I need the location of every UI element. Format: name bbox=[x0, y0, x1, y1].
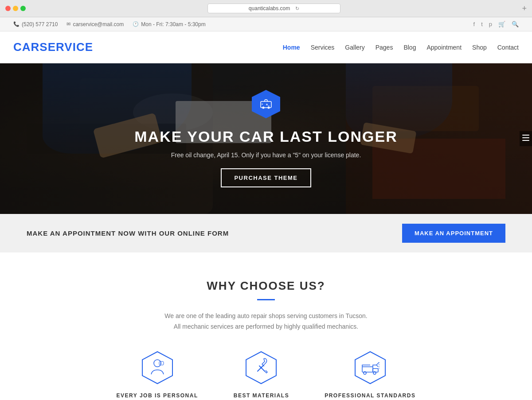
close-dot[interactable] bbox=[5, 6, 11, 11]
top-bar-left: 📞 (520) 577 2710 ✉ carservice@mail.com 🕐… bbox=[13, 21, 473, 27]
features-row: EVERY JOB IS PERSONAL BEST MATERIALS bbox=[13, 350, 519, 399]
hero-section: MAKE YOUR CAR LAST LONGER Free oil chang… bbox=[0, 63, 532, 214]
svg-rect-9 bbox=[159, 361, 164, 365]
svg-point-3 bbox=[266, 104, 268, 105]
purchase-theme-button[interactable]: PURCHASE THEME bbox=[221, 168, 311, 187]
why-title: WHY CHOOSE US? bbox=[13, 279, 519, 293]
materials-hex-icon bbox=[243, 350, 279, 385]
top-bar: 📞 (520) 577 2710 ✉ carservice@mail.com 🕐… bbox=[0, 17, 532, 31]
mail-icon: ✉ bbox=[66, 21, 70, 27]
phone-info: 📞 (520) 577 2710 bbox=[13, 21, 58, 27]
appointment-banner: MAKE AN APPOINTMENT NOW WITH OUR ONLINE … bbox=[0, 214, 532, 252]
clock-icon: 🕐 bbox=[133, 21, 139, 27]
email-info: ✉ carservice@mail.com bbox=[66, 21, 124, 27]
hours-info: 🕐 Mon - Fri: 7:30am - 5:30pm bbox=[133, 21, 205, 27]
nav-shop[interactable]: Shop bbox=[472, 44, 487, 51]
why-choose-us-section: WHY CHOOSE US? We are one of the leading… bbox=[0, 252, 532, 400]
appointment-banner-text: MAKE AN APPOINTMENT NOW WITH OUR ONLINE … bbox=[27, 229, 229, 237]
cart-icon[interactable]: 🛒 bbox=[498, 21, 505, 27]
site-header: CARSERVICE Home Services Gallery Pages B… bbox=[0, 31, 532, 63]
feature-materials: BEST MATERIALS bbox=[234, 350, 289, 399]
hero-title: MAKE YOUR CAR LAST LONGER bbox=[134, 128, 397, 145]
site-logo[interactable]: CARSERVICE bbox=[13, 40, 93, 54]
svg-rect-14 bbox=[373, 369, 378, 372]
new-tab-button[interactable]: + bbox=[522, 4, 527, 13]
email-address: carservice@mail.com bbox=[73, 21, 124, 27]
svg-rect-6 bbox=[522, 140, 529, 141]
hero-hexagon-icon bbox=[252, 90, 280, 118]
personal-hex-icon bbox=[140, 350, 175, 385]
why-description: We are one of the leading auto repair sh… bbox=[155, 311, 377, 332]
nav-services[interactable]: Services bbox=[311, 44, 335, 51]
svg-point-11 bbox=[260, 367, 262, 369]
maximize-dot[interactable] bbox=[20, 6, 26, 11]
browser-chrome: quanticalabs.com ↻ + bbox=[0, 0, 532, 17]
svg-rect-5 bbox=[522, 137, 529, 138]
feature-personal: EVERY JOB IS PERSONAL bbox=[117, 350, 198, 399]
svg-marker-12 bbox=[355, 352, 385, 384]
feature-standards-label: PROFESSIONAL STANDARDS bbox=[325, 392, 415, 399]
make-appointment-button[interactable]: MAKE AN APPOINTMENT bbox=[402, 224, 505, 243]
phone-number: (520) 577 2710 bbox=[22, 21, 58, 27]
search-icon[interactable]: 🔍 bbox=[512, 21, 519, 27]
phone-icon: 📞 bbox=[13, 21, 20, 27]
business-hours: Mon - Fri: 7:30am - 5:30pm bbox=[141, 21, 205, 27]
hero-content: MAKE YOUR CAR LAST LONGER Free oil chang… bbox=[134, 90, 397, 187]
browser-titlebar: quanticalabs.com ↻ + bbox=[5, 4, 527, 13]
svg-point-2 bbox=[267, 107, 270, 109]
url-bar[interactable]: quanticalabs.com ↻ bbox=[207, 4, 340, 13]
standards-hex-icon bbox=[352, 350, 388, 385]
minimize-dot[interactable] bbox=[13, 6, 18, 11]
twitter-icon[interactable]: t bbox=[481, 21, 483, 27]
nav-home[interactable]: Home bbox=[283, 44, 300, 51]
top-bar-right: f t p 🛒 🔍 bbox=[473, 21, 519, 27]
hero-subtitle: Free oil change, April 15. Only if you h… bbox=[171, 151, 361, 159]
svg-rect-13 bbox=[362, 367, 373, 372]
browser-address-bar[interactable]: quanticalabs.com ↻ bbox=[29, 4, 518, 13]
feature-personal-label: EVERY JOB IS PERSONAL bbox=[117, 392, 198, 399]
url-text: quanticalabs.com bbox=[249, 5, 290, 12]
nav-blog[interactable]: Blog bbox=[403, 44, 416, 51]
why-desc-line1: We are one of the leading auto repair sh… bbox=[164, 312, 367, 319]
sidebar-toggle-icon[interactable] bbox=[520, 131, 532, 146]
svg-point-1 bbox=[262, 107, 264, 109]
facebook-icon[interactable]: f bbox=[473, 21, 475, 27]
nav-appointment[interactable]: Appointment bbox=[426, 44, 462, 51]
feature-materials-label: BEST MATERIALS bbox=[234, 392, 289, 399]
svg-point-8 bbox=[154, 360, 161, 367]
main-nav: Home Services Gallery Pages Blog Appoint… bbox=[283, 44, 519, 51]
nav-pages[interactable]: Pages bbox=[376, 44, 393, 51]
nav-contact[interactable]: Contact bbox=[497, 44, 519, 51]
feature-standards: PROFESSIONAL STANDARDS bbox=[325, 350, 415, 399]
why-desc-line2: All mechanic services are performed by h… bbox=[174, 323, 358, 330]
browser-dots bbox=[5, 6, 26, 11]
nav-gallery[interactable]: Gallery bbox=[345, 44, 364, 51]
svg-marker-7 bbox=[142, 352, 172, 384]
svg-rect-4 bbox=[522, 135, 529, 136]
why-divider bbox=[257, 299, 275, 300]
pinterest-icon[interactable]: p bbox=[489, 21, 492, 27]
